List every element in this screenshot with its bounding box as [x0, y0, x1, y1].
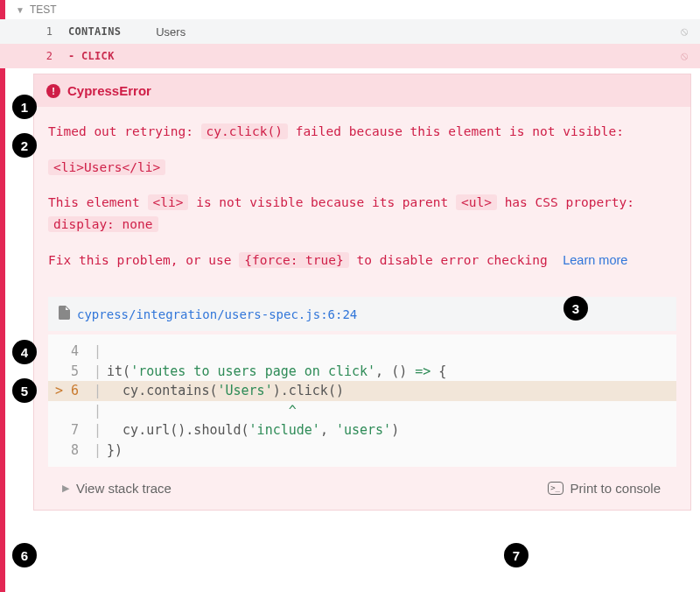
- err-text: has CSS property:: [505, 195, 634, 209]
- pipe: |: [94, 440, 107, 461]
- err-text: is not visible because its parent: [196, 195, 456, 209]
- code-frame: 4 | 5 |it('routes to users page on click…: [48, 335, 676, 467]
- stack-trace-label: View stack trace: [76, 481, 172, 496]
- terminal-icon: >_: [548, 482, 564, 495]
- file-icon: [59, 306, 70, 322]
- error-accent-bar: [0, 0, 5, 592]
- gutter: > 6: [48, 381, 94, 401]
- gutter: 8: [48, 440, 94, 461]
- print-console-label: Print to console: [570, 481, 661, 496]
- gutter: 4: [48, 342, 94, 362]
- print-to-console-button[interactable]: >_ Print to console: [548, 481, 661, 496]
- error-icon: !: [46, 84, 60, 98]
- gutter: 5: [48, 362, 94, 382]
- command-row[interactable]: 1 CONTAINS Users ⦸: [0, 19, 700, 44]
- chevron-right-icon: ▶: [62, 483, 69, 494]
- code-token: <li>: [148, 194, 189, 210]
- collapse-caret-icon: ▼: [16, 5, 24, 15]
- command-name: - CLICK: [68, 50, 115, 62]
- code-token: <li>Users</li>: [48, 159, 165, 175]
- code-line: cy.contains('Users').click(): [107, 381, 344, 401]
- error-header: ! CypressError: [34, 74, 690, 107]
- annotation-badge: 6: [12, 543, 37, 567]
- code-token: <ul>: [456, 194, 497, 210]
- annotation-badge: 4: [12, 340, 37, 364]
- pipe: |: [94, 362, 107, 382]
- file-path-text: cypress/integration/users-spec.js:6:24: [77, 307, 357, 321]
- annotation-badge: 5: [12, 378, 37, 403]
- pipe: |: [94, 381, 107, 401]
- gutter: 7: [48, 420, 94, 440]
- code-token: {force: true}: [239, 252, 349, 268]
- annotation-badge: 2: [12, 133, 37, 158]
- test-section-header[interactable]: ▼ TEST: [0, 0, 700, 19]
- visibility-off-icon[interactable]: ⦸: [681, 25, 688, 39]
- command-name: CONTAINS: [68, 25, 121, 38]
- error-message: Timed out retrying: cy.click() failed be…: [34, 107, 690, 292]
- error-title-text: CypressError: [67, 83, 151, 98]
- command-index: 1: [33, 25, 52, 38]
- test-label: TEST: [30, 4, 57, 16]
- code-line: cy.url().should('include', 'users'): [107, 420, 399, 440]
- error-footer: ▶ View stack trace >_ Print to console: [48, 469, 676, 496]
- learn-more-link[interactable]: Learn more: [563, 253, 627, 267]
- code-line: }): [107, 440, 122, 461]
- err-text: failed because this element is not visib…: [296, 124, 624, 138]
- error-panel: ! CypressError Timed out retrying: cy.cl…: [33, 74, 691, 511]
- err-text: to disable error checking: [356, 253, 547, 267]
- view-stack-trace-button[interactable]: ▶ View stack trace: [62, 481, 172, 496]
- code-token: display: none: [48, 216, 158, 232]
- err-text: Fix this problem, or use: [48, 253, 239, 267]
- gutter: [48, 401, 94, 421]
- command-row-failed[interactable]: 2 - CLICK ⦸: [0, 44, 700, 68]
- pipe: |: [94, 420, 107, 440]
- pipe: |: [94, 401, 107, 421]
- code-token: cy.click(): [201, 123, 288, 139]
- code-line: it('routes to users page on click', () =…: [107, 362, 446, 382]
- caret-marker: ^: [107, 401, 297, 421]
- command-args: Users: [156, 25, 186, 39]
- annotation-badge: 1: [12, 95, 37, 119]
- err-text: Timed out retrying:: [48, 124, 201, 138]
- command-index: 2: [33, 50, 52, 62]
- pipe: |: [94, 342, 107, 362]
- visibility-off-icon[interactable]: ⦸: [681, 49, 688, 63]
- annotation-badge: 7: [504, 543, 528, 567]
- annotation-badge: 3: [564, 296, 588, 321]
- err-text: This element: [48, 195, 148, 209]
